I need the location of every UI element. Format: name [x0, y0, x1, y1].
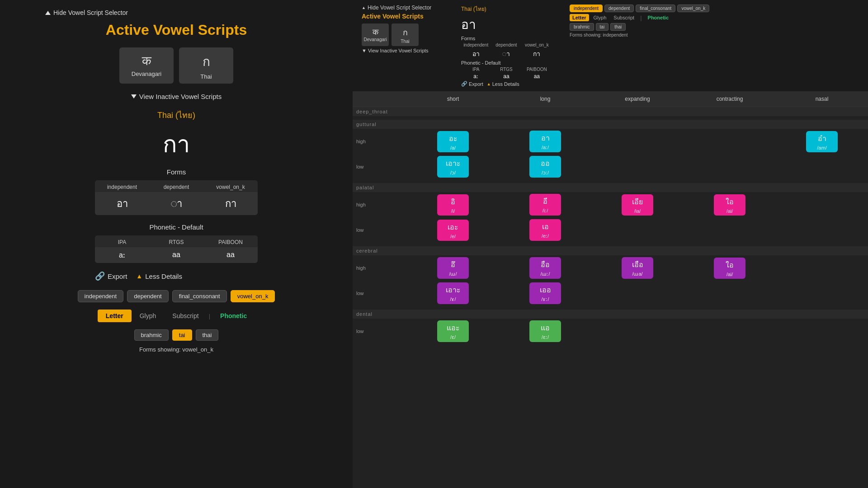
cell-cerebral-low-nasal	[776, 281, 868, 306]
vowel-btn-ใอ-palatal[interactable]: ใอ /ai/	[714, 194, 745, 216]
forms-header-vowel-on-k: vowel_on_k	[203, 180, 258, 192]
filter-tag-final-consonant[interactable]: final_consonant	[172, 290, 227, 302]
script-filter-thai[interactable]: thai	[196, 329, 219, 341]
thai-card[interactable]: ก Thai	[179, 47, 233, 84]
filter-tag-independent[interactable]: independent	[78, 290, 124, 302]
right-panel: ▲ Hide Vowel Script Selector Active Vowe…	[353, 0, 868, 488]
vowel-char-อา: อา	[541, 132, 550, 144]
row-label-cerebral-low: low	[353, 281, 407, 306]
mini-hide-button[interactable]: ▲ Hide Vowel Script Selector	[362, 5, 443, 11]
mini-filter-tags: independent dependent final_consonant vo…	[570, 5, 709, 12]
mini-thai-label: Thai	[401, 39, 409, 44]
filter-tag-dependent[interactable]: dependent	[127, 290, 168, 302]
vowel-btn-แอะ[interactable]: แอะ /ɛ/	[437, 320, 469, 342]
cell-guttural-low-nasal	[776, 154, 868, 179]
mini-forms-h-independent: independent	[461, 42, 491, 47]
tab-glyph[interactable]: Glyph	[132, 310, 165, 322]
triangle-down-icon	[131, 94, 137, 99]
thai-language-title: Thai (ไทย)	[18, 108, 335, 122]
vowel-char-อึ: อึ	[451, 259, 455, 270]
mini-forms-h-dependent: dependent	[491, 42, 521, 47]
vowel-btn-อึ[interactable]: อึ /ɯ/	[437, 257, 469, 279]
phonetic-header-rtgs: RTGS	[149, 235, 203, 247]
script-filter-brahmic[interactable]: brahmic	[134, 329, 169, 341]
mini-script-tai[interactable]: tai	[596, 23, 609, 31]
vowel-btn-เอ[interactable]: เอ /eː/	[529, 219, 561, 241]
thai-label: Thai	[200, 73, 212, 80]
vowel-phonetic-ออ: /ɔː/	[542, 170, 549, 176]
mini-filter-dependent[interactable]: dependent	[604, 5, 634, 12]
forms-showing: Forms showing: vowel_on_k	[18, 346, 335, 353]
forms-header-independent: independent	[95, 180, 149, 192]
vowel-btn-อา[interactable]: อา /aː/	[529, 131, 561, 152]
phonetic-value-paiboon: aa	[203, 247, 258, 263]
mini-tab-glyph[interactable]: Glyph	[591, 14, 609, 21]
grid-header-expanding: expanding	[591, 91, 684, 107]
tab-subscript[interactable]: Subscript	[164, 310, 207, 322]
cell-cerebral-high-contracting: ใอ /ai/	[684, 255, 776, 281]
phonetic-table: IPA RTGS PAIBOON aː aa aa	[95, 235, 258, 263]
cell-guttural-low-long: ออ /ɔː/	[499, 154, 591, 179]
vowel-btn-อะ[interactable]: อะ /a/	[437, 131, 469, 152]
warn-icon: ▲	[136, 272, 142, 280]
section-label-guttural: guttural	[353, 120, 868, 129]
section-dental: dental	[353, 310, 868, 319]
vowel-btn-เอีย[interactable]: เอีย /ia/	[622, 194, 653, 216]
vowel-grid-container: short long expanding contracting nasal d…	[353, 91, 868, 488]
tab-letter[interactable]: Letter	[98, 310, 132, 322]
mini-script-thai[interactable]: thai	[610, 23, 626, 31]
mini-form-val-vowel-on-k: กา	[522, 49, 552, 59]
vowel-btn-แอ[interactable]: แอ /ɛː/	[529, 320, 561, 342]
vowel-btn-เอาะ[interactable]: เอาะ /ɔ/	[437, 156, 469, 178]
cell-cerebral-high-nasal	[776, 255, 868, 281]
filter-tag-vowel-on-k[interactable]: vowel_on_k	[231, 290, 275, 302]
devanagari-card[interactable]: क Devanagari	[119, 47, 174, 84]
vowel-btn-ออ[interactable]: ออ /ɔː/	[529, 156, 561, 178]
mini-filter-independent[interactable]: independent	[570, 5, 603, 12]
vowel-btn-เอือ[interactable]: เอือ /ɯa/	[622, 257, 653, 279]
mini-script-brahmic[interactable]: brahmic	[570, 23, 594, 31]
vowel-phonetic-เอ: /eː/	[542, 233, 549, 239]
mini-top-panel: ▲ Hide Vowel Script Selector Active Vowe…	[353, 0, 868, 91]
thai-char: ก	[203, 52, 210, 71]
mini-thai-card[interactable]: ก Thai	[392, 23, 419, 46]
mini-export-icon: 🔗	[461, 81, 467, 87]
vowel-btn-อำ[interactable]: อำ /am/	[806, 131, 838, 152]
row-label-palatal-low: low	[353, 217, 407, 243]
mini-tab-letter[interactable]: Letter	[570, 14, 589, 21]
grid-header-short: short	[407, 91, 499, 107]
mini-filter-final-consonant[interactable]: final_consonant	[636, 5, 675, 12]
mini-devanagari-card[interactable]: क Devanagari	[362, 23, 389, 46]
vowel-btn-อี[interactable]: อี /iː/	[529, 194, 561, 216]
cell-dental-low-long: แอ /ɛː/	[499, 319, 591, 344]
vowel-btn-อิ[interactable]: อิ /i/	[437, 194, 469, 216]
script-filter-tai[interactable]: tai	[172, 329, 192, 341]
mini-less-details-button[interactable]: ▲ Less Details	[487, 81, 519, 87]
view-inactive-button[interactable]: View Inactive Vowel Scripts	[18, 93, 335, 100]
tab-phonetic[interactable]: Phonetic	[212, 310, 255, 322]
mini-tab-phonetic[interactable]: Phonetic	[645, 14, 671, 21]
mini-tab-subscript[interactable]: Subscript	[611, 14, 637, 21]
cell-dental-low-nasal	[776, 319, 868, 344]
row-label-guttural-low: low	[353, 154, 407, 179]
vowel-btn-อือ[interactable]: อือ /ɯː/	[529, 257, 561, 279]
mini-view-inactive-button[interactable]: ▼ View Inactive Vowel Scripts	[362, 48, 443, 53]
hide-selector-button[interactable]: Hide Vowel Script Selector	[45, 9, 335, 16]
mini-export-button[interactable]: 🔗 Export	[461, 81, 483, 87]
vowel-grid-table: short long expanding contracting nasal d…	[353, 91, 868, 344]
vowel-btn-เอะ[interactable]: เอะ /e/	[437, 220, 469, 241]
vowel-char-อิ: อิ	[451, 196, 455, 207]
empty-row-4	[353, 306, 868, 310]
less-details-button[interactable]: ▲ Less Details	[136, 272, 182, 280]
vowel-char-แอ: แอ	[541, 322, 550, 333]
cell-cerebral-low-contracting	[684, 281, 776, 306]
vowel-btn-เอาะ-cerebral[interactable]: เอาะ /ɤ/	[437, 282, 469, 304]
vowel-btn-ใอ-cerebral[interactable]: ใอ /ai/	[714, 258, 745, 279]
vowel-btn-เออ[interactable]: เออ /ɤː/	[529, 282, 561, 304]
cerebral-high-row: high อึ /ɯ/ อือ /ɯː/	[353, 255, 868, 281]
mini-filter-vowel-on-k[interactable]: vowel_on_k	[677, 5, 709, 12]
mini-devanagari-char: क	[373, 28, 378, 37]
mini-less-label: Less Details	[492, 81, 519, 87]
mini-buttons-row: 🔗 Export ▲ Less Details	[461, 81, 552, 87]
export-button[interactable]: 🔗 Export	[95, 271, 127, 281]
